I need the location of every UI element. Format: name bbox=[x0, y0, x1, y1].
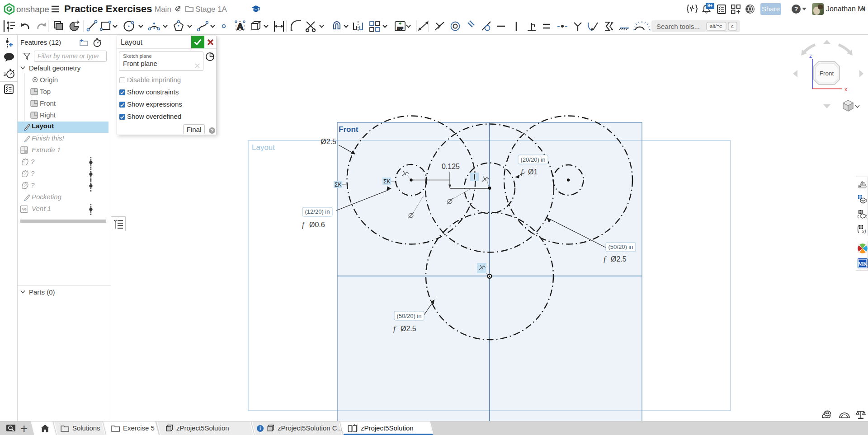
svg-text:x): x) bbox=[862, 228, 866, 234]
svg-text:Front: Front bbox=[339, 125, 359, 134]
svg-text:(50/20) in: (50/20) in bbox=[397, 313, 422, 319]
svg-text:x: x bbox=[844, 86, 847, 93]
svg-text:Ø1: Ø1 bbox=[528, 168, 538, 176]
svg-text:f: f bbox=[302, 220, 305, 229]
svg-text:Layout: Layout bbox=[252, 143, 275, 152]
svg-text:A: A bbox=[237, 22, 243, 31]
svg-text:Search tools...: Search tools... bbox=[656, 23, 700, 30]
svg-text:c: c bbox=[731, 23, 734, 29]
svg-text:(12/20) in: (12/20) in bbox=[305, 208, 330, 215]
svg-text:(50/20) in: (50/20) in bbox=[609, 243, 633, 250]
svg-text:DXF: DXF bbox=[397, 27, 403, 30]
svg-text:?: ? bbox=[794, 5, 798, 13]
svg-text:Ø2.5: Ø2.5 bbox=[321, 138, 336, 145]
svg-text:Ø2.5: Ø2.5 bbox=[401, 325, 416, 332]
svg-text:Ø2.5: Ø2.5 bbox=[611, 255, 627, 263]
svg-text:alt/⌥: alt/⌥ bbox=[710, 23, 722, 29]
svg-text:Front: Front bbox=[820, 70, 834, 77]
svg-text:MK: MK bbox=[858, 261, 868, 267]
svg-text:(20/20) in: (20/20) in bbox=[521, 156, 546, 163]
svg-text:Ø0.6: Ø0.6 bbox=[309, 221, 325, 229]
svg-text:ΣΚ: ΣΚ bbox=[335, 182, 341, 188]
svg-text:ΣΚ: ΣΚ bbox=[383, 178, 390, 185]
svg-text:z: z bbox=[809, 53, 812, 59]
svg-text:0.125: 0.125 bbox=[442, 163, 460, 170]
